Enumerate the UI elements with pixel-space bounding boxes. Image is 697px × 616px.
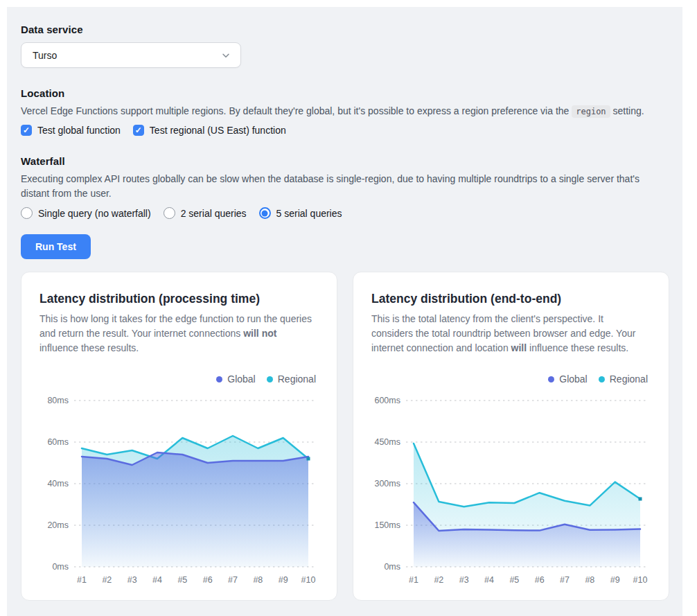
end-to-end-chart: 0ms150ms300ms450ms600ms#1#2#3#4#5#6#7#8#… [371,391,652,592]
svg-text:#10: #10 [301,575,316,585]
svg-text:0ms: 0ms [384,562,400,572]
svg-text:80ms: 80ms [47,396,69,405]
radio-icon[interactable] [164,207,175,219]
svg-text:#8: #8 [585,575,594,585]
end-to-end-card: Latency distribution (end-to-end) This i… [353,272,669,601]
svg-text:#9: #9 [279,575,288,585]
data-service-selected-value: Turso [33,50,57,61]
svg-text:40ms: 40ms [47,479,69,489]
legend-label: Regional [278,373,316,385]
svg-text:#1: #1 [409,575,418,585]
radio-5-serial-queries[interactable]: 5 serial queries [259,207,342,219]
svg-text:#5: #5 [177,575,187,585]
checkbox-label: Test global function [37,125,121,136]
checkbox-test-global-function[interactable]: Test global function [21,125,121,136]
svg-text:#4: #4 [152,575,162,585]
radio-icon[interactable] [21,207,33,219]
svg-text:#3: #3 [127,575,137,585]
svg-text:#7: #7 [228,575,238,585]
location-checkbox-row: Test global function Test regional (US E… [21,125,669,136]
radio-2-serial-queries[interactable]: 2 serial queries [164,207,247,219]
svg-text:150ms: 150ms [374,520,400,530]
legend-label: Global [559,373,587,385]
svg-text:#9: #9 [610,575,620,585]
svg-text:#8: #8 [253,575,263,585]
legend-item-regional[interactable]: Regional [599,373,648,385]
svg-text:300ms: 300ms [374,479,400,489]
waterfall-heading: Waterfall [21,155,669,167]
legend-item-global[interactable]: Global [216,373,255,385]
data-service-select[interactable]: Turso [21,42,241,68]
legend-item-global[interactable]: Global [548,373,587,385]
data-service-heading: Data service [21,24,669,35]
checkbox-icon[interactable] [21,125,32,136]
svg-text:600ms: 600ms [374,396,400,405]
chart-area: 0ms20ms40ms60ms80ms#1#2#3#4#5#6#7#8#9#10 [39,391,319,595]
checkbox-icon[interactable] [133,125,144,136]
chart-legend: GlobalRegional [371,373,651,385]
main-panel: Data service Turso Location Vercel Edge … [7,7,682,616]
charts-row: Latency distribution (processing time) T… [21,272,669,601]
svg-text:#7: #7 [560,575,570,585]
checkbox-test-regional-function[interactable]: Test regional (US East) function [133,125,286,136]
svg-text:0ms: 0ms [52,562,69,572]
processing-time-card: Latency distribution (processing time) T… [21,272,337,601]
waterfall-description: Executing complex API routes globally ca… [21,172,669,201]
svg-text:#6: #6 [535,575,545,585]
legend-item-regional[interactable]: Regional [267,373,316,385]
card-title: Latency distribution (processing time) [39,292,319,306]
legend-label: Regional [610,373,648,385]
legend-label: Global [227,373,255,385]
radio-single-query[interactable]: Single query (no waterfall) [21,207,151,219]
waterfall-radio-row: Single query (no waterfall) 2 serial que… [21,207,669,219]
svg-text:#4: #4 [484,575,494,585]
legend-dot-icon [267,376,273,382]
svg-text:#2: #2 [102,575,112,585]
svg-text:20ms: 20ms [47,520,69,530]
run-test-button[interactable]: Run Test [21,234,91,259]
radio-label: 2 serial queries [181,208,247,219]
svg-text:60ms: 60ms [47,437,69,447]
chart-legend: GlobalRegional [39,373,319,385]
page: Data service Turso Location Vercel Edge … [0,0,697,616]
content: Data service Turso Location Vercel Edge … [7,7,682,601]
card-description: This is how long it takes for the edge f… [39,312,313,355]
checkbox-label: Test regional (US East) function [150,125,286,136]
radio-icon[interactable] [259,207,271,219]
svg-text:450ms: 450ms [374,437,400,447]
svg-text:#5: #5 [509,575,519,585]
svg-text:#2: #2 [434,575,443,585]
legend-dot-icon [599,376,605,382]
svg-text:#3: #3 [459,575,469,585]
legend-dot-icon [548,376,554,382]
chevron-down-icon [221,51,231,60]
location-heading: Location [21,87,669,99]
legend-dot-icon [216,376,222,382]
card-description: This is the total latency from the clien… [371,312,645,355]
radio-label: 5 serial queries [276,208,342,219]
card-title: Latency distribution (end-to-end) [371,292,651,306]
svg-text:#10: #10 [633,575,648,585]
radio-label: Single query (no waterfall) [38,208,151,219]
location-description: Vercel Edge Functions support multiple r… [21,104,669,118]
svg-text:#1: #1 [77,575,87,585]
svg-text:#6: #6 [203,575,213,585]
chart-area: 0ms150ms300ms450ms600ms#1#2#3#4#5#6#7#8#… [371,391,651,595]
processing-time-chart: 0ms20ms40ms60ms80ms#1#2#3#4#5#6#7#8#9#10 [39,391,320,592]
